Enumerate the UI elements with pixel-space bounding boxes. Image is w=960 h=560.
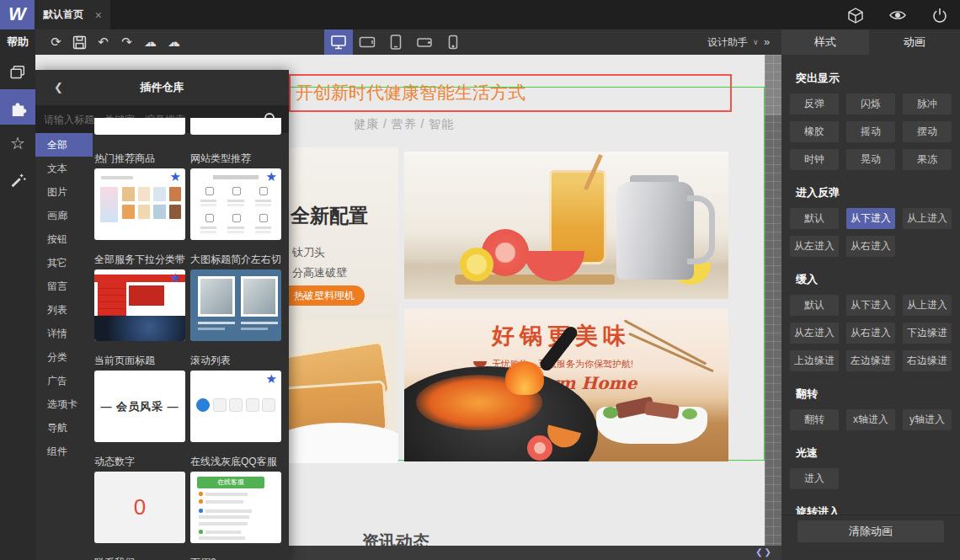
- toolbar-more-icon[interactable]: »: [764, 29, 770, 55]
- animation-button[interactable]: 果冻: [903, 149, 952, 170]
- plugin-grid-wrap[interactable]: 热门推荐商品★网站类型推荐★全部服务下拉分类带...★大图标题简介左右切...当…: [93, 70, 289, 560]
- category-item[interactable]: 列表: [35, 298, 93, 322]
- animation-button[interactable]: 下边缘进: [903, 323, 952, 344]
- save-icon[interactable]: [71, 33, 88, 51]
- device-tablet-landscape-icon[interactable]: [353, 29, 381, 55]
- animation-button[interactable]: 从右进入: [846, 323, 895, 344]
- animation-button[interactable]: 从右进入: [846, 236, 895, 257]
- animation-button[interactable]: 默认: [790, 208, 839, 229]
- animation-button[interactable]: 右边缘进: [903, 350, 952, 371]
- plugin-card[interactable]: 滚动列表★: [190, 355, 281, 442]
- animation-button[interactable]: 闪烁: [846, 93, 895, 115]
- animation-button[interactable]: 摇动: [846, 121, 895, 142]
- category-item[interactable]: 全部: [35, 133, 93, 157]
- category-item[interactable]: 广告: [35, 369, 93, 392]
- device-tablet-portrait-icon[interactable]: [381, 29, 410, 55]
- category-item[interactable]: 按钮: [35, 227, 93, 251]
- plugin-thumb-partial[interactable]: [94, 118, 185, 135]
- animation-button[interactable]: 从左进入: [790, 323, 839, 344]
- category-item[interactable]: 文本: [35, 157, 93, 180]
- category-item[interactable]: 分类: [35, 345, 93, 369]
- category-item[interactable]: 画廊: [35, 204, 93, 227]
- canvas-tagline: 健康 / 营养 / 智能: [354, 117, 454, 132]
- animation-button[interactable]: 从上进入: [903, 295, 952, 316]
- section-title: 突出显示: [796, 71, 960, 86]
- animation-button[interactable]: 摆动: [903, 121, 952, 142]
- plugin-card[interactable]: 网站类型推荐★: [190, 152, 281, 240]
- promo-banner[interactable]: 全新配置 钛刀头 分高速破壁 热破壁料理机: [289, 147, 398, 463]
- canvas-scrollbar[interactable]: [765, 55, 781, 546]
- plugin-card-label: 联系我们: [94, 557, 185, 560]
- animation-button[interactable]: 反弹: [790, 93, 839, 115]
- device-phone-landscape-icon[interactable]: [410, 29, 439, 55]
- animation-button[interactable]: 从上进入: [903, 208, 952, 229]
- category-item[interactable]: 图片: [35, 180, 93, 204]
- sidebar-item-plugins[interactable]: [0, 89, 35, 125]
- refresh-icon[interactable]: ⟳: [47, 33, 65, 51]
- animation-button[interactable]: 进入: [790, 468, 839, 489]
- power-icon[interactable]: [931, 7, 948, 24]
- plugin-card[interactable]: 热门推荐商品★: [94, 152, 185, 240]
- sidebar-item-magic[interactable]: [0, 162, 35, 199]
- plugin-card[interactable]: 全部服务下拉分类带...★: [94, 253, 185, 341]
- animation-button[interactable]: 橡胶: [790, 121, 839, 142]
- cloud-upload-icon[interactable]: ☁↑: [141, 33, 159, 51]
- animation-button[interactable]: x轴进入: [846, 409, 895, 430]
- animation-button[interactable]: 从下进入: [846, 208, 895, 229]
- plugin-card[interactable]: 当前页面标题— 会员风采 —: [94, 355, 185, 442]
- plugin-card-label: 大图标题简介左右切...: [190, 253, 281, 266]
- selected-element-outline[interactable]: 开创新时代健康智能生活方式: [289, 74, 732, 112]
- animation-button[interactable]: 左边缘进: [846, 350, 895, 371]
- animation-sections: 突出显示反弹闪烁脉冲橡胶摇动摆动时钟晃动果冻进入反弹默认从下进入从上进入从左进入…: [781, 71, 960, 520]
- plugin-card-label: 当前页面标题: [94, 355, 185, 367]
- device-desktop-icon[interactable]: [324, 29, 353, 55]
- preview-eye-icon[interactable]: [889, 7, 906, 24]
- help-button[interactable]: 帮助: [0, 29, 35, 55]
- juice-kettle-photo[interactable]: [404, 152, 728, 299]
- redo-icon[interactable]: ↷: [118, 33, 136, 51]
- code-view-icon[interactable]: ❮❯: [755, 546, 773, 560]
- wok-banner[interactable]: 好锅更美味 无忧购物，至诚服务为你保驾护航! Warm Home: [404, 309, 728, 461]
- category-item[interactable]: 其它: [35, 251, 93, 275]
- design-assistant-dropdown[interactable]: 设计助手∨: [707, 29, 759, 55]
- clear-animation-button[interactable]: 清除动画: [797, 520, 944, 542]
- plugin-card[interactable]: 页眉2: [190, 557, 281, 560]
- sidebar-item-pages[interactable]: [0, 55, 35, 89]
- animation-button[interactable]: 上边缘进: [790, 350, 839, 371]
- category-item[interactable]: 详情: [35, 322, 93, 345]
- animation-button[interactable]: y轴进入: [903, 409, 952, 430]
- components-cube-icon[interactable]: [847, 7, 864, 24]
- tab-style[interactable]: 样式: [781, 29, 869, 55]
- scrollbar-thumb[interactable]: [765, 55, 781, 115]
- sidebar-item-favorites[interactable]: ☆: [0, 125, 35, 162]
- undo-icon[interactable]: ↶: [94, 33, 112, 51]
- animation-button[interactable]: 翻转: [790, 409, 839, 430]
- star-icon: ★: [170, 271, 181, 284]
- plugin-thumb-partial[interactable]: [190, 118, 281, 135]
- animation-button[interactable]: 从左进入: [790, 236, 839, 257]
- device-phone-portrait-icon[interactable]: [439, 29, 467, 55]
- animation-button[interactable]: 从下进入: [846, 295, 895, 316]
- category-item[interactable]: 选项卡: [35, 392, 93, 416]
- animation-button[interactable]: 时钟: [790, 149, 839, 170]
- app-logo[interactable]: W: [0, 0, 35, 29]
- animation-button[interactable]: 默认: [790, 295, 839, 316]
- category-item[interactable]: 组件: [35, 440, 93, 463]
- plugin-card[interactable]: 在线浅灰底QQ客服在线客服: [190, 456, 281, 543]
- animation-button[interactable]: 晃动: [846, 149, 895, 170]
- plugin-thumbnail: 在线客服: [190, 472, 281, 543]
- page-tab[interactable]: 默认首页 ×: [35, 0, 110, 29]
- tab-animation[interactable]: 动画: [869, 29, 960, 55]
- back-icon[interactable]: ❮: [54, 70, 63, 105]
- category-item[interactable]: 留言: [35, 275, 93, 298]
- plugin-card[interactable]: 动态数字0: [94, 456, 185, 543]
- animation-button[interactable]: 脉冲: [903, 93, 952, 115]
- plugin-card[interactable]: 大图标题简介左右切...: [190, 253, 281, 341]
- plugin-card[interactable]: 联系我们: [94, 557, 185, 560]
- cloud-download-icon[interactable]: ☁↓: [165, 33, 183, 51]
- category-item[interactable]: 导航: [35, 416, 93, 440]
- promo-title: 全新配置: [291, 203, 368, 229]
- plugin-card-label: 滚动列表: [190, 355, 281, 367]
- tab-close-icon[interactable]: ×: [95, 9, 102, 21]
- star-icon: ★: [266, 170, 277, 183]
